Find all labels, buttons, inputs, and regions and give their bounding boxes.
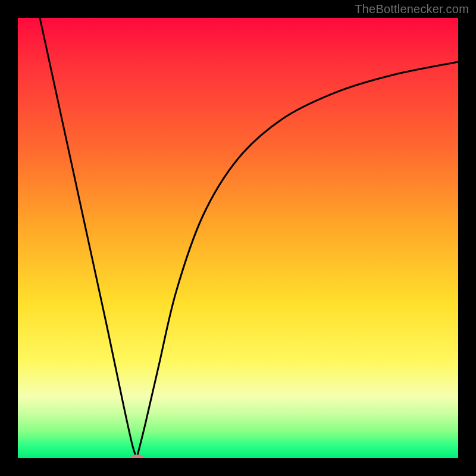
minimum-marker xyxy=(130,455,143,458)
chart-frame: TheBottlenecker.com xyxy=(0,0,476,476)
bottleneck-curve xyxy=(18,18,458,458)
watermark-label: TheBottlenecker.com xyxy=(355,2,469,16)
curve-path xyxy=(40,18,458,458)
plot-area xyxy=(18,18,458,458)
